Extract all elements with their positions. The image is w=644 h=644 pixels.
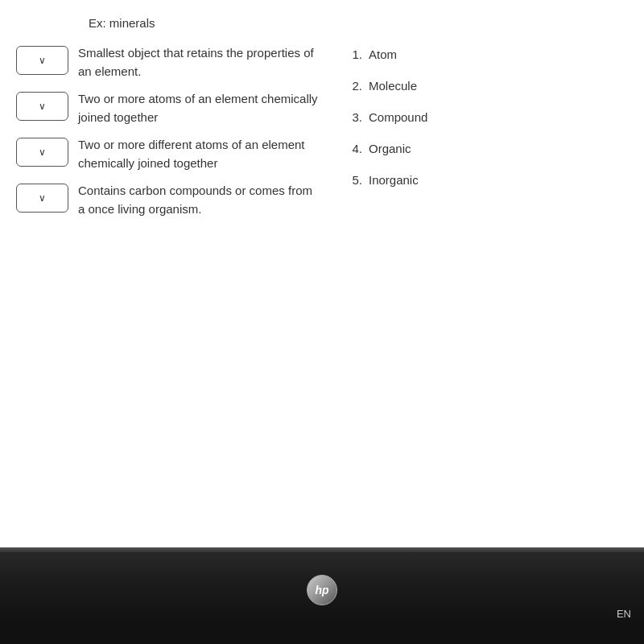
answer-item-4: 4. Organic: [346, 142, 427, 155]
answer-item-2: 2. Molecule: [346, 79, 427, 93]
chevron-down-icon-3: ∨: [39, 147, 46, 158]
answer-label-3: Compound: [369, 110, 427, 124]
quiz-row-1: ∨ Smallest object that retains the prope…: [16, 44, 322, 80]
answer-label-5: Inorganic: [369, 173, 419, 187]
answer-label-2: Molecule: [369, 79, 417, 93]
description-4: Contains carbon compounds or comes from …: [78, 182, 322, 218]
hp-logo: hp: [307, 575, 337, 605]
dropdown-1[interactable]: ∨: [16, 46, 68, 75]
chevron-down-icon-4: ∨: [39, 192, 46, 204]
answer-number-2: 2.: [346, 79, 362, 93]
quiz-row-4: ∨ Contains carbon compounds or comes fro…: [16, 182, 322, 218]
description-1: Smallest object that retains the propert…: [78, 44, 322, 80]
dropdown-3[interactable]: ∨: [16, 138, 68, 167]
chevron-down-icon-1: ∨: [39, 55, 46, 66]
answer-number-1: 1.: [346, 47, 362, 61]
answer-number-4: 4.: [346, 142, 362, 155]
quiz-row-3: ∨ Two or more different atoms of an elem…: [16, 136, 322, 172]
quiz-area: ∨ Smallest object that retains the prope…: [16, 44, 620, 531]
dropdown-4[interactable]: ∨: [16, 184, 68, 213]
en-language-label: EN: [617, 608, 631, 620]
right-column: 1. Atom 2. Molecule 3. Compound 4. Organ…: [322, 47, 427, 531]
left-column: ∨ Smallest object that retains the prope…: [16, 44, 322, 531]
quiz-row-2: ∨ Two or more atoms of an element chemic…: [16, 90, 322, 126]
ex-minerals-label: Ex: minerals: [89, 16, 620, 30]
answer-item-3: 3. Compound: [346, 110, 427, 124]
answer-number-3: 3.: [346, 110, 362, 124]
description-2: Two or more atoms of an element chemical…: [78, 90, 322, 126]
main-content: Ex: minerals ∨ Smallest object that reta…: [0, 0, 644, 547]
taskbar-bottom-bar: [0, 628, 644, 644]
answer-number-5: 5.: [346, 173, 362, 187]
chevron-down-icon-2: ∨: [39, 101, 46, 112]
description-3: Two or more different atoms of an elemen…: [78, 136, 322, 172]
answer-label-1: Atom: [369, 47, 397, 61]
answer-item-1: 1. Atom: [346, 47, 427, 61]
answer-item-5: 5. Inorganic: [346, 173, 427, 187]
dropdown-2[interactable]: ∨: [16, 92, 68, 121]
taskbar-middle: hp EN: [0, 552, 644, 628]
answer-label-4: Organic: [369, 142, 411, 155]
taskbar: hp EN: [0, 547, 644, 644]
